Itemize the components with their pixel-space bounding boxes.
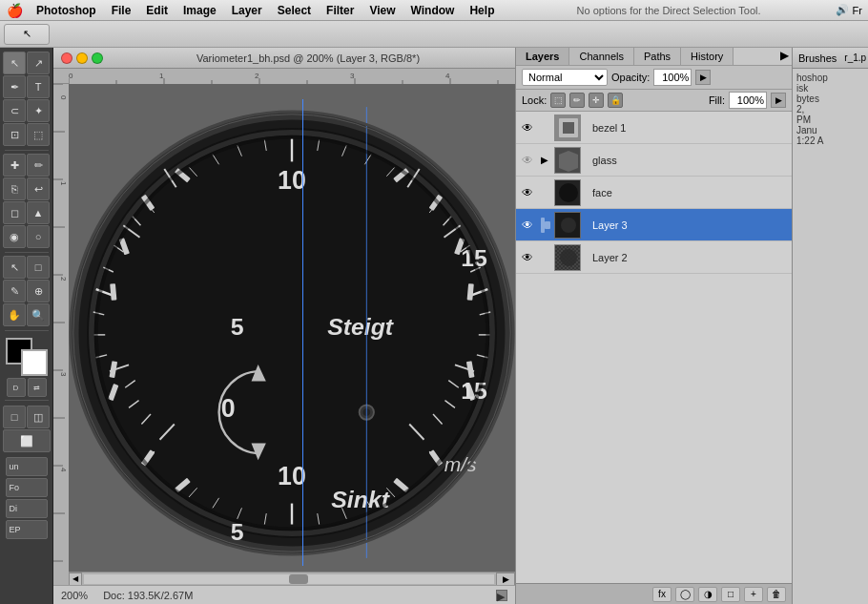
menu-edit[interactable]: Edit <box>138 0 176 20</box>
tab-channels[interactable]: Channels <box>569 48 633 65</box>
default-colors-icon[interactable]: D <box>7 378 26 397</box>
svg-point-137 <box>560 249 577 266</box>
scroll-track[interactable] <box>84 574 494 584</box>
fill-arrow[interactable]: ▶ <box>771 93 786 108</box>
layer-row-layer2[interactable]: 👁 Layer 2 <box>516 241 792 274</box>
menu-image[interactable]: Image <box>176 0 224 20</box>
extra-item-di[interactable]: Di <box>6 499 48 518</box>
svg-rect-124 <box>563 122 574 134</box>
new-fill-layer-button[interactable]: ◑ <box>698 587 717 602</box>
lock-all-icon[interactable]: 🔒 <box>608 93 623 108</box>
type-tool[interactable]: T <box>27 75 50 98</box>
layer-visibility-face[interactable]: 👁 <box>520 185 535 200</box>
layer-thumb-glass <box>554 147 581 174</box>
crop-tool[interactable]: ⊡ <box>3 123 26 146</box>
brushes-tab[interactable]: Brushes r_1.p <box>793 48 868 69</box>
canvas-content[interactable]: 0 1 2 3 4 <box>53 84 515 585</box>
panel-menu-button[interactable]: ▶ <box>776 48 792 63</box>
menu-file[interactable]: File <box>104 0 139 20</box>
right-info-panel: Brushes r_1.p hoshop isk bytes 2, PM Jan… <box>792 48 868 604</box>
extra-item-fo[interactable]: Fo <box>6 478 48 497</box>
selection-tool-options[interactable]: ↖ <box>4 24 50 45</box>
direct-selection-tool[interactable]: ↗ <box>27 52 50 74</box>
svg-point-131 <box>561 218 576 233</box>
menu-help[interactable]: Help <box>462 0 502 20</box>
layer-visibility-bezel1[interactable]: 👁 <box>520 120 535 135</box>
history-brush-tool[interactable]: ↩ <box>27 177 50 200</box>
path-selection-tool[interactable]: ↖ <box>3 256 26 279</box>
layer-row-glass[interactable]: 👁 ▶ glass <box>516 144 792 177</box>
shape-tool[interactable]: □ <box>27 256 50 279</box>
new-layer-button[interactable]: + <box>744 587 763 602</box>
standard-mode-btn[interactable]: □ <box>3 406 26 428</box>
layer-row-bezel1[interactable]: 👁 bezel 1 <box>516 112 792 144</box>
notes-tool[interactable]: ✎ <box>3 280 26 302</box>
new-group-button[interactable]: □ <box>721 587 740 602</box>
quick-mask-btn[interactable]: ◫ <box>27 406 50 428</box>
pen-tool[interactable]: ✒ <box>3 75 26 98</box>
tab-history[interactable]: History <box>681 48 734 65</box>
info-line-num: 2, <box>796 104 864 115</box>
close-button[interactable] <box>61 52 72 64</box>
brush-tool[interactable]: ✏ <box>27 154 50 177</box>
svg-text:10: 10 <box>278 462 306 490</box>
scroll-indicator[interactable]: ▶ <box>496 590 507 601</box>
menu-photoshop[interactable]: Photoshop <box>29 0 104 20</box>
brushes-label2: r_1.p <box>844 52 866 63</box>
layer-visibility-layer3[interactable]: 👁 <box>520 218 535 233</box>
menu-layer[interactable]: Layer <box>224 0 270 20</box>
dodge-tool[interactable]: ○ <box>27 225 50 248</box>
blend-mode-select[interactable]: Normal <box>522 69 608 86</box>
selection-tool[interactable]: ↖ <box>3 52 26 74</box>
zoom-tool[interactable]: 🔍 <box>27 303 50 326</box>
eraser-tool[interactable]: ◻ <box>3 201 26 224</box>
scroll-right-arrow[interactable]: ▶ <box>496 573 515 586</box>
healing-brush-tool[interactable]: ✚ <box>3 154 26 177</box>
blur-tool[interactable]: ◉ <box>3 225 26 248</box>
screen-mode-btn[interactable]: ⬜ <box>3 429 51 452</box>
lock-pixels-icon[interactable]: ✏ <box>569 93 585 108</box>
scroll-thumb[interactable] <box>289 574 308 584</box>
lasso-tool[interactable]: ⊂ <box>3 99 26 122</box>
background-color[interactable] <box>21 349 48 376</box>
layer-expand-glass[interactable]: ▶ <box>539 155 550 165</box>
tab-layers[interactable]: Layers <box>516 48 569 65</box>
tab-paths[interactable]: Paths <box>634 48 681 65</box>
hand-tool[interactable]: ✋ <box>3 303 26 326</box>
maximize-button[interactable] <box>92 52 103 64</box>
opacity-arrow[interactable]: ▶ <box>695 70 711 85</box>
layer-row-layer3[interactable]: 👁 Layer 3 <box>516 209 792 241</box>
delete-layer-button[interactable]: 🗑 <box>767 587 786 602</box>
fill-input[interactable] <box>729 92 767 109</box>
swap-colors-icon[interactable]: ⇄ <box>28 378 47 397</box>
eyedropper-tool[interactable]: ⊕ <box>27 280 50 302</box>
extra-item-un[interactable]: un <box>6 457 48 476</box>
layer-visibility-layer2[interactable]: 👁 <box>520 250 535 265</box>
apple-menu[interactable]: 🍎 <box>0 3 29 18</box>
menu-view[interactable]: View <box>362 0 403 20</box>
opacity-input[interactable] <box>653 69 692 86</box>
layer-row-face[interactable]: 👁 face <box>516 177 792 209</box>
clone-stamp-tool[interactable]: ⎘ <box>3 177 26 200</box>
extra-item-ep[interactable]: EP <box>6 520 48 539</box>
info-line-bytes: bytes <box>796 94 864 104</box>
layer-visibility-glass[interactable]: 👁 <box>520 153 535 168</box>
canvas-titlebar: Variometer1_bh.psd @ 200% (Layer 3, RGB/… <box>53 48 515 69</box>
layer-mask-button[interactable]: ◯ <box>675 587 694 602</box>
scroll-left-arrow[interactable]: ◀ <box>69 573 82 586</box>
horizontal-scrollbar[interactable]: ◀ ▶ <box>69 572 515 585</box>
lock-transparent-icon[interactable]: ⬚ <box>550 93 566 108</box>
paint-bucket-tool[interactable]: ▲ <box>27 201 50 224</box>
lock-label: Lock: <box>522 94 547 106</box>
color-picker[interactable] <box>6 338 48 376</box>
minimize-button[interactable] <box>76 52 88 64</box>
menu-filter[interactable]: Filter <box>319 0 362 20</box>
menu-select[interactable]: Select <box>270 0 319 20</box>
slice-tool[interactable]: ⬚ <box>27 123 50 146</box>
menu-window[interactable]: Window <box>403 0 463 20</box>
magic-wand-tool[interactable]: ✦ <box>27 99 50 122</box>
opacity-label: Opacity: <box>611 72 650 83</box>
layer-style-button[interactable]: fx <box>652 587 672 602</box>
lock-position-icon[interactable]: ✛ <box>589 93 604 108</box>
airport-icon: Fr <box>853 5 862 16</box>
